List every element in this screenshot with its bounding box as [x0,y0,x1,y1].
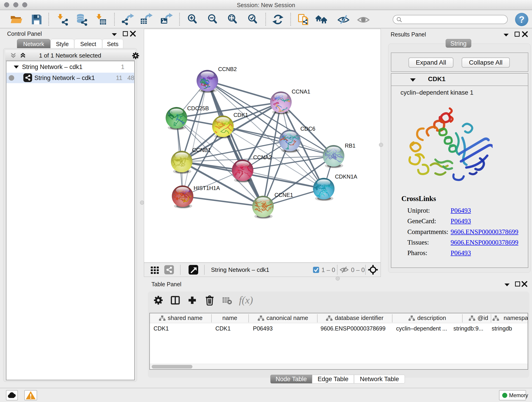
svg-text:CDKN1A: CDKN1A [335,173,357,180]
svg-text:RB1: RB1 [345,143,355,149]
svg-text:CCNB1: CCNB1 [192,147,211,153]
svg-text:CDC25B: CDC25B [187,105,209,111]
svg-text:CCNA1: CCNA1 [292,89,310,95]
svg-text:CDK1: CDK1 [234,112,248,118]
svg-text:CCNA2: CCNA2 [253,154,272,160]
svg-text:CCNE1: CCNE1 [274,192,293,198]
svg-text:0 – 0: 0 – 0 [351,267,365,274]
svg-text:CCNB2: CCNB2 [218,66,237,72]
svg-text:CDC6: CDC6 [300,126,315,132]
svg-text:HIST1H1A: HIST1H1A [194,185,220,191]
svg-text:1 – 0: 1 – 0 [322,267,335,274]
svg-text:String Network – cdk1: String Network – cdk1 [211,266,269,273]
svg-text:f(x): f(x) [239,294,253,306]
